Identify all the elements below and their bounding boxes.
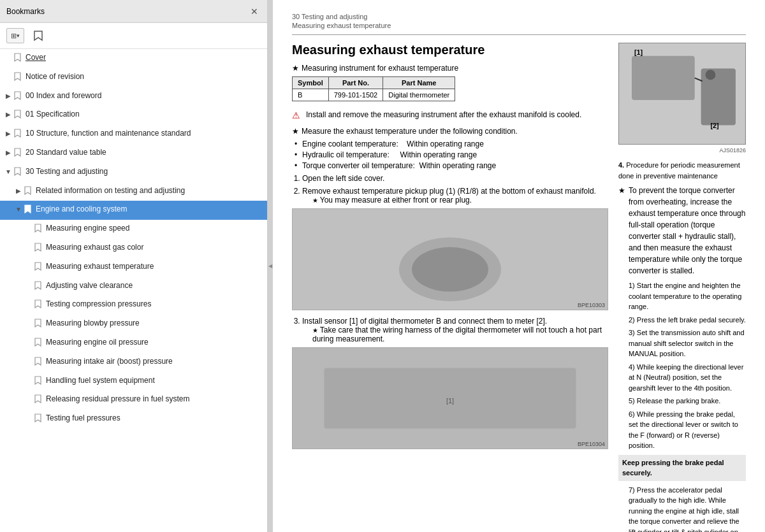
step2-subbullet: You may measure at either front or rear … [302, 196, 608, 205]
content-left: Measuring exhaust temperature ★ Measurin… [292, 43, 608, 532]
expand-arrow-10-struct[interactable]: ▶ [4, 129, 13, 138]
sidebar-header: Bookmarks ✕ [0, 0, 267, 23]
resize-handle[interactable] [268, 0, 273, 532]
measure-note: ★ Measure the exhaust temperature under … [292, 127, 608, 136]
condition-1: Engine coolant temperature: Within opera… [292, 140, 608, 148]
star-icon: ★ [292, 64, 299, 73]
page-header: 30 Testing and adjusting Measuring exhau… [292, 13, 746, 35]
bookmark-icon-measuring-exhaust-temp [34, 262, 43, 274]
sidebar-item-measuring-exhaust-gas[interactable]: Measuring exhaust gas color [0, 239, 267, 258]
bookmark-icon-handling-fuel [34, 376, 43, 388]
sidebar-item-30-test[interactable]: ▼ 30 Testing and adjusting [0, 163, 267, 182]
figure-1: BPE10303 [292, 208, 608, 310]
sidebar-label-notice: Notice of revision [26, 71, 262, 82]
sidebar-label-20-std: 20 Standard value table [26, 147, 262, 158]
warning-text: Install and remove the measuring instrum… [306, 110, 581, 120]
warning-icon: ⚠ [292, 110, 302, 120]
bookmark-icon-10-struct [14, 129, 23, 141]
sidebar-label-10-struct: 10 Structure, function and maintenance s… [26, 128, 262, 139]
step3-list: Install sensor [1] of digital thermomete… [292, 317, 608, 343]
sidebar-item-30-related[interactable]: ▶ Related information on testing and adj… [0, 182, 267, 201]
step3-subbullet: Take care that the wiring harness of the… [302, 326, 608, 343]
substep-5: Release the parking brake. [629, 396, 746, 406]
expand-arrow-engine-cooling[interactable]: ▼ [14, 205, 23, 214]
sidebar-item-engine-cooling[interactable]: ▼ Engine and cooling system [0, 201, 267, 220]
expand-arrow-20-std[interactable]: ▶ [4, 148, 13, 157]
sidebar-item-measuring-oil-pressure[interactable]: Measuring engine oil pressure [0, 334, 267, 353]
sidebar-label-30-related: Related information on testing and adjus… [36, 185, 262, 196]
sidebar-label-measuring-oil-pressure: Measuring engine oil pressure [46, 337, 262, 348]
sidebar-item-cover[interactable]: Cover [0, 49, 267, 68]
bookmark-icon-30-test [14, 167, 23, 179]
sidebar-item-testing-compression[interactable]: Testing compression pressures [0, 296, 267, 315]
view-options-button[interactable]: ⊞ ▾ [6, 28, 24, 43]
bookmark-icon-cover [14, 53, 23, 65]
sidebar-item-00-index[interactable]: ▶ 00 Index and foreword [0, 87, 267, 106]
substep-3: Set the transmission auto shift and manu… [629, 327, 746, 359]
expand-arrow-00-index[interactable]: ▶ [4, 92, 13, 101]
sidebar: Bookmarks ✕ ⊞ ▾ Cover Notice of revision… [0, 0, 268, 532]
sidebar-title: Bookmarks [6, 7, 45, 16]
sidebar-label-adjusting-valve: Adjusting valve clearance [46, 280, 262, 291]
keep-pressing-label: Keep pressing the brake pedal securely. [618, 455, 746, 481]
cell-symbol: B [293, 89, 329, 101]
sidebar-label-measuring-blowby: Measuring blowby pressure [46, 318, 262, 329]
sidebar-label-30-test: 30 Testing and adjusting [26, 166, 262, 177]
sidebar-item-measuring-blowby[interactable]: Measuring blowby pressure [0, 315, 267, 334]
sidebar-item-testing-fuel[interactable]: Testing fuel pressures [0, 410, 267, 429]
expand-arrow-30-test[interactable]: ▼ [4, 168, 13, 176]
warning-box: ⚠ Install and remove the measuring instr… [292, 110, 608, 120]
bookmark-icon-01-spec [14, 110, 23, 122]
bookmark-icon-testing-compression [34, 299, 43, 312]
content-right: [1] [2] AJS01826 4. Procedure for period… [618, 43, 746, 532]
sidebar-item-adjusting-valve[interactable]: Adjusting valve clearance [0, 277, 267, 296]
sidebar-item-20-std[interactable]: ▶ 20 Standard value table [0, 144, 267, 163]
main-content: 30 Testing and adjusting Measuring exhau… [273, 0, 765, 532]
sidebar-label-measuring-intake: Measuring intake air (boost) pressure [46, 356, 262, 367]
expand-arrow-30-related[interactable]: ▶ [14, 187, 23, 196]
step-3: Install sensor [1] of digital thermomete… [302, 317, 608, 343]
sidebar-item-measuring-speed[interactable]: Measuring engine speed [0, 220, 267, 239]
sidebar-label-testing-compression: Testing compression pressures [46, 299, 262, 310]
bookmark-icon[interactable] [29, 27, 47, 45]
bookmark-icon-20-std [14, 148, 23, 160]
substep-6: While pressing the brake pedal, set the … [629, 409, 746, 451]
condition-2: Hydraulic oil temperature: Within operat… [292, 150, 608, 159]
sidebar-item-10-struct[interactable]: ▶ 10 Structure, function and maintenance… [0, 125, 267, 144]
svg-rect-7 [632, 56, 695, 100]
sidebar-label-handling-fuel: Handling fuel system equipment [46, 375, 262, 386]
bookmark-icon-testing-fuel [34, 413, 43, 426]
sidebar-label-00-index: 00 Index and foreword [26, 90, 262, 101]
right-procedures: 4. Procedure for periodic measurement do… [618, 160, 746, 532]
sidebar-item-measuring-intake[interactable]: Measuring intake air (boost) pressure [0, 353, 267, 372]
sidebar-close-button[interactable]: ✕ [248, 5, 261, 18]
svg-text:[2]: [2] [710, 122, 718, 129]
sidebar-label-releasing-residual: Releasing residual pressure in fuel syst… [46, 394, 262, 405]
condition-3: Torque converter oil temperature: Within… [292, 161, 608, 170]
figure-2: [1] BPE10304 [292, 347, 608, 449]
sidebar-item-01-spec[interactable]: ▶ 01 Specification [0, 106, 267, 125]
bookmark-icon-notice [14, 72, 23, 84]
sidebar-label-measuring-exhaust-temp: Measuring exhaust temperature [46, 261, 262, 272]
sidebar-item-measuring-exhaust-temp[interactable]: Measuring exhaust temperature [0, 258, 267, 277]
figure-1-caption: BPE10303 [578, 302, 605, 308]
right-substeps-list: Start the engine and heighten the coolan… [618, 280, 746, 451]
bookmark-icon-measuring-speed [34, 224, 43, 236]
svg-point-2 [412, 247, 488, 292]
sidebar-item-notice[interactable]: Notice of revision [0, 68, 267, 87]
figure-2-caption: BPE10304 [578, 441, 605, 447]
sidebar-item-handling-fuel[interactable]: Handling fuel system equipment [0, 372, 267, 391]
star-note-text: Measuring instrument for exhaust tempera… [302, 64, 458, 73]
bookmark-icon-measuring-intake [34, 357, 43, 369]
right-star-icon: ★ [618, 185, 626, 277]
parts-table: Symbol Part No. Part Name B 799-101-1502… [292, 76, 455, 101]
substep-7: Press the accelerator pedal gradually to… [629, 485, 746, 533]
steps-list: Open the left side cover. Remove exhaust… [292, 174, 608, 205]
sidebar-label-testing-fuel: Testing fuel pressures [46, 413, 262, 424]
right-substeps-list-2: Press the accelerator pedal gradually to… [618, 485, 746, 533]
right-proc-header: 4. Procedure for periodic measurement do… [618, 160, 746, 181]
bookmark-icon-measuring-blowby [34, 319, 43, 331]
expand-arrow-01-spec[interactable]: ▶ [4, 110, 13, 119]
sidebar-item-releasing-residual[interactable]: Releasing residual pressure in fuel syst… [0, 391, 267, 410]
star-note: ★ Measuring instrument for exhaust tempe… [292, 64, 608, 73]
